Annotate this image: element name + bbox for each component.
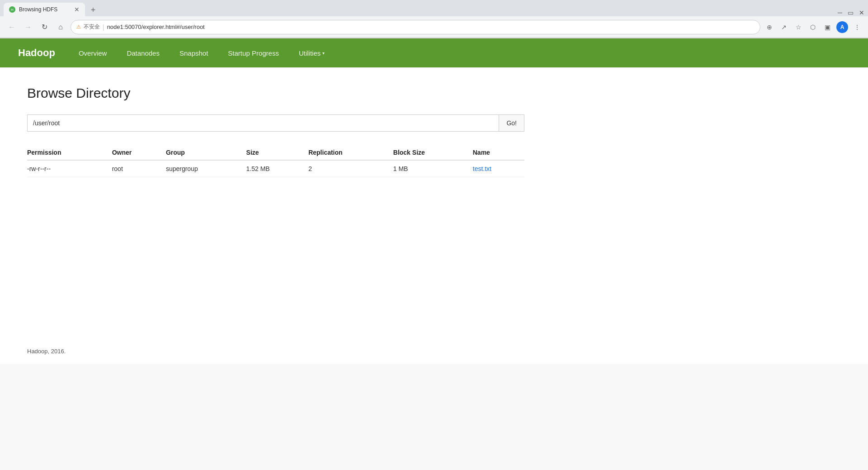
forward-button[interactable]: → bbox=[22, 21, 34, 33]
minimize-button[interactable]: ─ bbox=[838, 9, 842, 16]
tab-favicon: H bbox=[9, 6, 15, 13]
tab-close-button[interactable]: ✕ bbox=[74, 6, 80, 13]
address-field[interactable]: ⚠ 不安全 | node1:50070/explorer.html#/user/… bbox=[71, 20, 760, 34]
path-form: Go! bbox=[27, 114, 524, 132]
browser-address-bar: ← → ↻ ⌂ ⚠ 不安全 | node1:50070/explorer.htm… bbox=[0, 16, 868, 38]
close-window-button[interactable]: ✕ bbox=[859, 9, 864, 16]
nav-link-utilities[interactable]: Utilities ▾ bbox=[293, 46, 330, 61]
col-header-block-size: Block Size bbox=[393, 145, 473, 160]
utilities-dropdown-arrow: ▾ bbox=[322, 51, 325, 56]
col-header-name: Name bbox=[473, 145, 524, 160]
cell-name[interactable]: test.txt bbox=[473, 160, 524, 177]
refresh-button[interactable]: ↻ bbox=[38, 21, 51, 33]
tab-title: Browsing HDFS bbox=[19, 6, 57, 13]
cell-permission: -rw-r--r-- bbox=[27, 160, 112, 177]
cell-owner: root bbox=[112, 160, 166, 177]
insecure-label: 不安全 bbox=[84, 23, 100, 31]
navbar: Hadoop Overview Datanodes Snapshot Start… bbox=[0, 38, 868, 67]
cell-block-size: 1 MB bbox=[393, 160, 473, 177]
table-header: Permission Owner Group Size Replication … bbox=[27, 145, 524, 160]
file-link[interactable]: test.txt bbox=[473, 165, 491, 172]
browser-chrome: H Browsing HDFS ✕ + ─ ▭ ✕ ← → ↻ ⌂ ⚠ 不安全 … bbox=[0, 0, 868, 38]
table-body: -rw-r--r-- root supergroup 1.52 MB 2 1 M… bbox=[27, 160, 524, 177]
back-button[interactable]: ← bbox=[5, 21, 18, 33]
nav-link-datanodes[interactable]: Datanodes bbox=[121, 46, 165, 61]
utilities-label: Utilities bbox=[299, 49, 321, 57]
cell-group: supergroup bbox=[166, 160, 246, 177]
cell-replication: 2 bbox=[308, 160, 393, 177]
restore-button[interactable]: ▭ bbox=[848, 9, 854, 16]
security-warning-icon: ⚠ bbox=[76, 24, 81, 30]
file-table: Permission Owner Group Size Replication … bbox=[27, 145, 524, 177]
footer-text: Hadoop, 2016. bbox=[27, 348, 66, 355]
extensions-icon[interactable]: ⬡ bbox=[807, 22, 818, 33]
address-icons: ⊕ ↗ ☆ ⬡ ▣ A ⋮ bbox=[764, 21, 863, 33]
col-header-permission: Permission bbox=[27, 145, 112, 160]
home-button[interactable]: ⌂ bbox=[54, 21, 67, 33]
address-url[interactable]: node1:50070/explorer.html#/user/root bbox=[107, 24, 755, 30]
col-header-owner: Owner bbox=[112, 145, 166, 160]
footer: Hadoop, 2016. bbox=[0, 339, 868, 364]
window-controls: ─ ▭ ✕ bbox=[838, 9, 864, 16]
nav-link-overview[interactable]: Overview bbox=[73, 46, 113, 61]
path-input[interactable] bbox=[27, 114, 499, 132]
go-button[interactable]: Go! bbox=[499, 114, 524, 132]
nav-link-startup-progress[interactable]: Startup Progress bbox=[222, 46, 284, 61]
table-row: -rw-r--r-- root supergroup 1.52 MB 2 1 M… bbox=[27, 160, 524, 177]
col-header-replication: Replication bbox=[308, 145, 393, 160]
col-header-size: Size bbox=[246, 145, 309, 160]
address-separator: | bbox=[103, 24, 104, 31]
share-icon[interactable]: ↗ bbox=[778, 22, 789, 33]
page-title: Browse Directory bbox=[27, 85, 841, 101]
profile-avatar[interactable]: A bbox=[836, 21, 848, 33]
navbar-brand[interactable]: Hadoop bbox=[18, 47, 55, 59]
nav-link-snapshot[interactable]: Snapshot bbox=[174, 46, 213, 61]
translate-icon[interactable]: ⊕ bbox=[764, 22, 775, 33]
bookmark-icon[interactable]: ☆ bbox=[793, 22, 804, 33]
split-screen-icon[interactable]: ▣ bbox=[822, 22, 833, 33]
menu-icon[interactable]: ⋮ bbox=[852, 22, 863, 33]
cell-size: 1.52 MB bbox=[246, 160, 309, 177]
browser-tab-active[interactable]: H Browsing HDFS ✕ bbox=[4, 3, 85, 16]
main-content: Browse Directory Go! Permission Owner Gr… bbox=[0, 67, 868, 339]
col-header-group: Group bbox=[166, 145, 246, 160]
browser-tab-bar: H Browsing HDFS ✕ + ─ ▭ ✕ bbox=[0, 0, 868, 16]
new-tab-button[interactable]: + bbox=[87, 4, 99, 16]
